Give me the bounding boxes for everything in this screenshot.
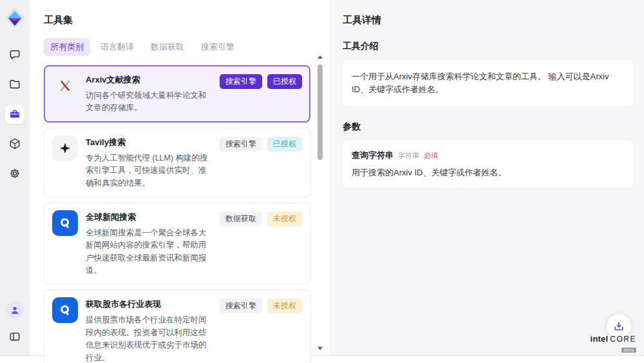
toolset-title: 工具集 <box>44 14 310 26</box>
intro-heading: 工具介绍 <box>343 41 634 52</box>
intro-text-card: 一个用于从Arxiv存储库搜索科学论文和文章的工具。 输入可以是Arxiv ID… <box>343 60 634 106</box>
folder-icon[interactable] <box>5 75 24 94</box>
tab-all-categories[interactable]: 所有类别 <box>44 38 90 56</box>
tool-name: 全球新闻搜索 <box>86 211 212 223</box>
package-cube-icon[interactable] <box>5 134 24 153</box>
category-tabs: 所有类别 语言翻译 数据获取 搜索引擎 <box>44 38 310 56</box>
tool-card-arxiv[interactable]: Arxiv文献搜索 访问各个研究领域大量科学论文和文章的存储库。 搜索引擎 已授… <box>44 65 310 123</box>
app-window: 工具集 所有类别 语言翻译 数据获取 搜索引擎 Arxiv文献搜索 访问各个研究… <box>0 0 644 356</box>
sidebar-bottom <box>5 301 24 346</box>
tool-name: 获取股市各行业表现 <box>86 299 212 310</box>
category-badge: 搜索引擎 <box>220 137 262 152</box>
tool-card-tavily[interactable]: Tavily搜索 专为人工智能代理 (LLM) 构建的搜索引擎工具，可快速提供实… <box>44 128 310 197</box>
auth-badge: 已授权 <box>267 137 302 152</box>
auth-badge: 已授权 <box>267 74 302 89</box>
q-news-icon <box>52 297 78 323</box>
app-logo-gem-icon <box>5 8 25 28</box>
tool-description: 访问各个研究领域大量科学论文和文章的存储库。 <box>86 90 212 115</box>
intel-core-ultra-logo: intel CORE Ultra <box>591 335 636 353</box>
download-icon <box>612 320 625 333</box>
panel-toggle-icon[interactable] <box>5 327 24 346</box>
param-required-flag: 必填 <box>424 151 438 161</box>
category-badge: 数据获取 <box>220 211 262 226</box>
tool-card-global-news[interactable]: 全球新闻搜索 全球新闻搜索是一个聚合全球各大新闻网站内容的搜索引擎，帮助用户快速… <box>44 202 310 285</box>
toolbox-icon-active[interactable] <box>5 104 24 124</box>
list-scrollbar[interactable] <box>316 55 324 350</box>
tool-name: Arxiv文献搜索 <box>86 74 212 86</box>
tavily-sparkle-icon <box>52 135 78 161</box>
toolset-panel: 工具集 所有类别 语言翻译 数据获取 搜索引擎 Arxiv文献搜索 访问各个研究… <box>30 0 330 355</box>
settings-gear-icon[interactable] <box>5 164 24 183</box>
account-avatar-icon[interactable] <box>6 301 24 319</box>
tool-detail-panel: 工具详情 工具介绍 一个用于从Arxiv存储库搜索科学论文和文章的工具。 输入可… <box>330 0 644 355</box>
q-news-icon <box>52 210 78 236</box>
sidebar-nav <box>5 45 24 183</box>
parameter-card: 查询字符串 字符串 必填 用于搜索的Arxiv ID、关键字或作者姓名。 <box>343 141 634 188</box>
scroll-up-arrow-icon[interactable] <box>317 55 323 59</box>
tab-language-translation[interactable]: 语言翻译 <box>94 38 140 56</box>
sidebar <box>0 0 30 355</box>
tool-name: Tavily搜索 <box>86 137 212 148</box>
scroll-down-arrow-icon[interactable] <box>317 347 323 350</box>
intel-tier-badge: Ultra <box>621 348 636 353</box>
params-heading: 参数 <box>343 121 634 133</box>
tool-description: 专为人工智能代理 (LLM) 构建的搜索引擎工具，可快速提供实时、准确和真实的结… <box>86 152 212 190</box>
intel-brand-text: intel <box>591 335 609 343</box>
category-badge: 搜索引擎 <box>220 299 262 313</box>
tab-data-fetch[interactable]: 数据获取 <box>144 38 191 56</box>
tool-description: 全球新闻搜索是一个聚合全球各大新闻网站内容的搜索引擎，帮助用户快速获取全球最新资… <box>86 227 212 277</box>
tool-description: 提供股票市场各个行业在特定时间段内的表现。投资者可以利用这些信息来识别表现优于或… <box>86 314 212 363</box>
param-name: 查询字符串 <box>352 150 393 161</box>
auth-badge: 未授权 <box>267 211 302 226</box>
arxiv-icon <box>52 73 78 99</box>
tab-search-engine[interactable]: 搜索引擎 <box>194 38 241 56</box>
category-badge: 搜索引擎 <box>220 74 262 89</box>
intel-product-text: CORE <box>610 335 636 343</box>
tool-card-sector-performance[interactable]: 获取股市各行业表现 提供股票市场各个行业在特定时间段内的表现。投资者可以利用这些… <box>44 289 310 363</box>
chat-icon[interactable] <box>5 45 24 64</box>
scrollbar-thumb[interactable] <box>317 64 323 160</box>
param-type: 字符串 <box>398 151 419 161</box>
param-description: 用于搜索的Arxiv ID、关键字或作者姓名。 <box>352 167 625 179</box>
auth-badge: 未授权 <box>267 299 302 313</box>
detail-title: 工具详情 <box>343 14 634 26</box>
